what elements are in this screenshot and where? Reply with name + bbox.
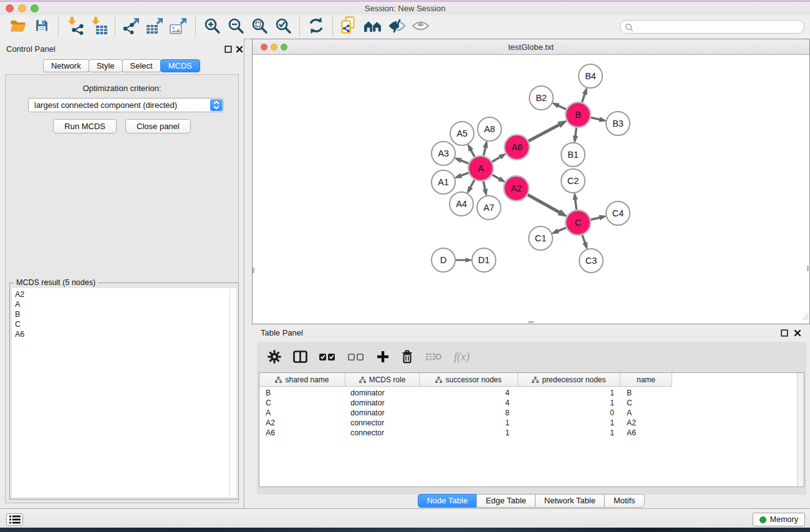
graph-edge-C-C4[interactable]: [591, 218, 600, 220]
run-mcds-button[interactable]: Run MCDS: [53, 119, 117, 133]
table-cell[interactable]: A6: [259, 428, 345, 438]
table-row[interactable]: Adominator80A: [259, 408, 796, 418]
show-all-button[interactable]: [408, 16, 432, 37]
hide-selected-button[interactable]: [385, 16, 408, 37]
graph-edge-A-A2[interactable]: [492, 175, 500, 179]
first-neighbors-button[interactable]: [361, 16, 385, 37]
graph-edge-B-B2[interactable]: [557, 105, 566, 109]
table-row[interactable]: Cdominator41C: [259, 398, 796, 408]
close-table-panel-icon[interactable]: [794, 328, 803, 337]
graph-edge-C-C2[interactable]: [575, 198, 576, 210]
close-panel-button[interactable]: Close panel: [125, 119, 191, 133]
table-cell[interactable]: A: [259, 408, 345, 418]
import-table-button[interactable]: [87, 16, 110, 37]
tab-select[interactable]: Select: [122, 59, 161, 72]
delete-table-button[interactable]: [425, 352, 442, 362]
table-cell[interactable]: 1: [518, 428, 620, 438]
graph-edge-B-B1[interactable]: [576, 128, 577, 137]
table-cell[interactable]: dominator: [345, 398, 420, 408]
table-cell[interactable]: 1: [518, 388, 620, 398]
zoom-in-button[interactable]: [200, 16, 224, 37]
deselect-all-button[interactable]: [348, 353, 365, 361]
graph-edge-C-C3[interactable]: [582, 235, 586, 244]
column-header-shared-name[interactable]: shared name: [259, 373, 345, 386]
table-scrollbar[interactable]: [797, 373, 804, 486]
column-header-name[interactable]: name: [620, 373, 672, 386]
table-cell[interactable]: dominator: [345, 408, 420, 418]
tab-style[interactable]: Style: [89, 59, 123, 72]
save-session-button[interactable]: [30, 16, 54, 37]
delete-column-button[interactable]: [401, 350, 413, 364]
graph-edge-A-A6[interactable]: [492, 157, 501, 162]
float-table-panel-icon[interactable]: [781, 328, 789, 337]
table-cell[interactable]: A6: [620, 428, 672, 438]
table-cell[interactable]: 1: [518, 398, 620, 408]
network-window-titlebar[interactable]: testGlobe.txt: [253, 39, 809, 55]
graph-edge-A2-C[interactable]: [528, 195, 560, 213]
table-cell[interactable]: B: [259, 388, 345, 398]
open-session-button[interactable]: [6, 16, 30, 37]
graph-edge-A-A7[interactable]: [483, 181, 485, 191]
column-header-successor-nodes[interactable]: successor nodes: [420, 373, 518, 386]
tab-motifs[interactable]: Motifs: [604, 494, 645, 508]
export-table-button[interactable]: [143, 16, 167, 37]
mcds-result-item[interactable]: A2: [12, 288, 229, 299]
mcds-result-item[interactable]: C: [12, 319, 229, 329]
table-cell[interactable]: B: [620, 388, 672, 398]
tab-edge-table[interactable]: Edge Table: [476, 494, 536, 508]
graph-edge-A-A3[interactable]: [460, 160, 468, 164]
graph-edge-A-A4[interactable]: [470, 180, 475, 188]
table-cell[interactable]: C: [259, 398, 345, 408]
zoom-out-button[interactable]: [224, 16, 248, 37]
result-scrollbar[interactable]: [229, 288, 236, 497]
resize-grip-icon[interactable]: [800, 312, 809, 323]
table-cell[interactable]: A: [620, 408, 672, 418]
mcds-result-item[interactable]: A: [12, 299, 229, 309]
mcds-result-item[interactable]: A6: [12, 329, 229, 339]
export-network-button[interactable]: [120, 16, 143, 37]
table-cell[interactable]: 4: [420, 398, 518, 408]
table-cell[interactable]: connector: [345, 418, 420, 428]
network-canvas[interactable]: B4B2BB3A8A5A6A3B1AC2A1A2A4A7C4CC1DD1C3: [253, 55, 809, 324]
table-cell[interactable]: C: [620, 398, 672, 408]
mcds-result-list[interactable]: A2ABCA6: [12, 288, 229, 497]
graph-edge-B-B3[interactable]: [591, 117, 601, 119]
table-row[interactable]: Bdominator41B: [259, 388, 796, 398]
function-builder-button[interactable]: f(x): [454, 351, 470, 364]
graph-edge-A-A5[interactable]: [470, 149, 475, 157]
tab-node-table[interactable]: Node Table: [417, 494, 477, 508]
mcds-result-item[interactable]: B: [12, 309, 229, 319]
table-settings-button[interactable]: [268, 350, 281, 364]
column-header-mcds-role[interactable]: MCDS role: [345, 373, 420, 386]
new-network-from-selection-button[interactable]: [337, 16, 361, 37]
graph-edge-C-C1[interactable]: [557, 228, 566, 231]
table-cell[interactable]: 4: [420, 388, 518, 398]
table-cell[interactable]: dominator: [345, 388, 420, 398]
show-columns-button[interactable]: [293, 351, 307, 363]
table-cell[interactable]: A2: [620, 418, 672, 428]
graph-edge-A-A8[interactable]: [484, 147, 486, 156]
tab-network-table[interactable]: Network Table: [535, 494, 605, 508]
table-cell[interactable]: 8: [420, 408, 518, 418]
tab-network[interactable]: Network: [43, 59, 89, 72]
memory-button[interactable]: Memory: [753, 513, 805, 526]
table-row[interactable]: A2connector11A2: [259, 418, 796, 428]
select-all-button[interactable]: [319, 353, 336, 361]
table-cell[interactable]: 0: [518, 408, 620, 418]
zoom-fit-button[interactable]: [248, 16, 271, 37]
table-cell[interactable]: A2: [259, 418, 345, 428]
table-cell[interactable]: 1: [518, 418, 620, 428]
column-header-predecessor-nodes[interactable]: predecessor nodes: [518, 373, 620, 386]
criterion-dropdown[interactable]: largest connected component (directed): [28, 98, 224, 112]
graph-edge-A-A1[interactable]: [460, 173, 469, 176]
table-row[interactable]: A6connector11A6: [259, 428, 796, 438]
graph-edge-A6-B[interactable]: [529, 124, 561, 141]
import-network-button[interactable]: [63, 16, 87, 37]
graph-edge-B-B4[interactable]: [582, 93, 585, 102]
export-image-button[interactable]: [167, 16, 191, 37]
search-input[interactable]: [635, 21, 799, 32]
refresh-view-button[interactable]: [304, 16, 328, 37]
table-cell[interactable]: 1: [420, 418, 518, 428]
add-column-button[interactable]: [377, 351, 389, 363]
float-panel-icon[interactable]: [224, 44, 233, 53]
